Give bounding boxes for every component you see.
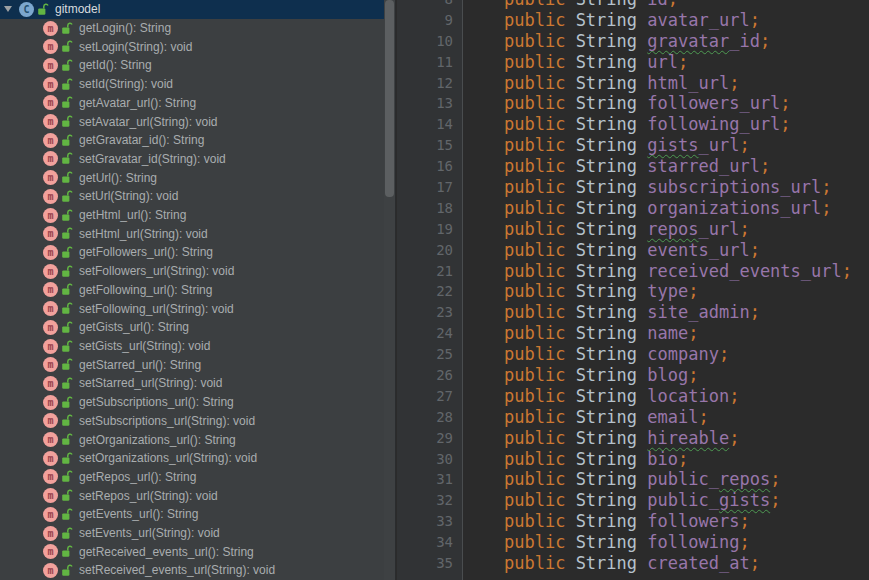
structure-item-method[interactable]: m setReceived_events_url(String): void [0,561,384,580]
line-number[interactable]: 31 [397,469,462,490]
code-line[interactable]: public String type; [463,281,869,302]
structure-item-method[interactable]: m setHtml_url(String): void [0,224,384,243]
structure-item-method[interactable]: m setOrganizations_url(String): void [0,449,384,468]
line-number[interactable]: 17 [397,177,462,198]
structure-item-method[interactable]: m getGravatar_id(): String [0,131,384,150]
method-signature: getRepos_url(): String [79,470,196,484]
structure-item-method[interactable]: m getFollowing_url(): String [0,281,384,300]
structure-scrollbar[interactable] [384,0,396,580]
line-number[interactable]: 24 [397,323,462,344]
line-number[interactable]: 14 [397,114,462,135]
editor-gutter[interactable]: 8910111213141516171819202122232425262728… [397,0,463,580]
structure-item-method[interactable]: m setStarred_url(String): void [0,374,384,393]
line-number[interactable]: 19 [397,219,462,240]
structure-item-method[interactable]: m setUrl(String): void [0,187,384,206]
code-line[interactable]: public String following_url; [463,114,869,135]
line-number[interactable]: 34 [397,532,462,553]
code-line[interactable]: public String bio; [463,449,869,470]
code-line[interactable]: public String public_repos; [463,469,869,490]
scrollbar-thumb[interactable] [385,0,394,197]
line-number[interactable]: 11 [397,52,462,73]
code-line[interactable]: public String email; [463,407,869,428]
structure-item-method[interactable]: m getEvents_url(): String [0,505,384,524]
line-number[interactable]: 13 [397,93,462,114]
line-number[interactable]: 25 [397,344,462,365]
structure-item-method[interactable]: m getAvatar_url(): String [0,94,384,113]
indent [463,553,504,573]
code-line[interactable]: public String gists_url; [463,135,869,156]
code-line[interactable]: public String following; [463,532,869,553]
line-number[interactable]: 21 [397,261,462,282]
code-line[interactable]: public String followers_url; [463,93,869,114]
code-line[interactable]: public String name; [463,323,869,344]
structure-item-method[interactable]: m setEvents_url(String): void [0,524,384,543]
line-number[interactable]: 20 [397,240,462,261]
code-line[interactable]: public String repos_url; [463,219,869,240]
line-number[interactable]: 8 [397,0,462,10]
structure-item-method[interactable]: m setId(String): void [0,75,384,94]
code-line[interactable]: public String url; [463,52,869,73]
code-line[interactable]: public String followers; [463,511,869,532]
structure-item-method[interactable]: m getLogin(): String [0,19,384,38]
line-number[interactable]: 9 [397,10,462,31]
chevron-expanded-icon[interactable] [4,6,12,12]
line-number[interactable]: 28 [397,407,462,428]
line-number[interactable]: 22 [397,281,462,302]
indent [463,449,504,469]
method-signature: setId(String): void [79,77,173,91]
line-number[interactable]: 29 [397,428,462,449]
method-icon: m [43,357,58,372]
structure-item-method[interactable]: m setFollowing_url(String): void [0,299,384,318]
line-number[interactable]: 18 [397,198,462,219]
line-number[interactable]: 26 [397,365,462,386]
line-number[interactable]: 16 [397,156,462,177]
structure-item-method[interactable]: m getUrl(): String [0,168,384,187]
structure-item-method[interactable]: m getHtml_url(): String [0,206,384,225]
structure-item-method[interactable]: m setGravatar_id(String): void [0,150,384,169]
line-number[interactable]: 32 [397,490,462,511]
line-number[interactable]: 30 [397,449,462,470]
structure-item-method[interactable]: m getStarred_url(): String [0,355,384,374]
code-line[interactable]: public String subscriptions_url; [463,177,869,198]
structure-item-method[interactable]: m getGists_url(): String [0,318,384,337]
line-number[interactable]: 12 [397,73,462,94]
structure-item-method[interactable]: m setRepos_url(String): void [0,486,384,505]
code-line[interactable]: public String organizations_url; [463,198,869,219]
structure-item-class[interactable]: C gitmodel [0,0,384,19]
structure-item-method[interactable]: m getFollowers_url(): String [0,243,384,262]
structure-item-method[interactable]: m getSubscriptions_url(): String [0,393,384,412]
line-number[interactable]: 10 [397,31,462,52]
code-line[interactable]: public String starred_url; [463,156,869,177]
line-number[interactable]: 33 [397,511,462,532]
structure-item-method[interactable]: m setSubscriptions_url(String): void [0,411,384,430]
structure-item-method[interactable]: m setFollowers_url(String): void [0,262,384,281]
structure-item-method[interactable]: m setLogin(String): void [0,37,384,56]
line-number[interactable]: 23 [397,302,462,323]
field-name-token: location [647,386,729,406]
code-line[interactable]: public String company; [463,344,869,365]
code-line[interactable]: public String id; [463,0,869,10]
method-icon: m [43,245,58,260]
structure-item-method[interactable]: m getOrganizations_url(): String [0,430,384,449]
code-editor[interactable]: public String id; public String avatar_u… [463,0,869,580]
code-line[interactable]: public String blog; [463,365,869,386]
code-line[interactable]: public String gravatar_id; [463,31,869,52]
code-line[interactable]: public String site_admin; [463,302,869,323]
line-number[interactable]: 27 [397,386,462,407]
code-line[interactable]: public String received_events_url; [463,261,869,282]
line-number[interactable]: 35 [397,553,462,574]
field-name-token: gists_url [647,135,739,155]
line-number[interactable]: 15 [397,135,462,156]
structure-item-method[interactable]: m getId(): String [0,56,384,75]
structure-item-method[interactable]: m setAvatar_url(String): void [0,112,384,131]
structure-item-method[interactable]: m getReceived_events_url(): String [0,542,384,561]
code-line[interactable]: public String events_url; [463,240,869,261]
code-line[interactable]: public String avatar_url; [463,10,869,31]
code-line[interactable]: public String location; [463,386,869,407]
structure-item-method[interactable]: m setGists_url(String): void [0,337,384,356]
code-line[interactable]: public String public_gists; [463,490,869,511]
code-line[interactable]: public String hireable; [463,428,869,449]
structure-item-method[interactable]: m getRepos_url(): String [0,468,384,487]
code-line[interactable]: public String html_url; [463,73,869,94]
code-line[interactable]: public String created_at; [463,553,869,574]
